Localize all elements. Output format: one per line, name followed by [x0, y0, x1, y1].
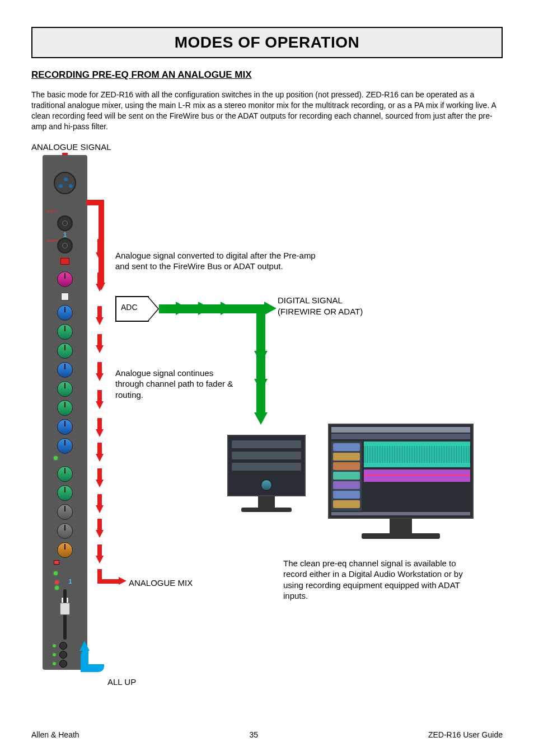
line-in-jack-icon [57, 215, 73, 231]
route-knob-2 [59, 651, 67, 659]
footer-right: ZED-R16 User Guide [428, 730, 503, 739]
route-led-3 [53, 662, 56, 665]
channel-number-top: 1 [63, 231, 67, 238]
route-led-1 [53, 644, 56, 647]
pfl-led [54, 571, 58, 575]
lm-freq-knob [57, 381, 73, 397]
adc-triangle-icon [148, 296, 159, 322]
sig-led-green [55, 586, 59, 590]
lm-q-knob [57, 419, 73, 435]
aux4-knob [57, 523, 73, 539]
eq-led [54, 456, 58, 460]
footer-center: 35 [249, 730, 258, 739]
linein-label: LINE IN [46, 210, 58, 213]
hm-freq-knob [57, 324, 73, 340]
adat-recorder-icon [227, 435, 306, 512]
daw-monitor-icon [328, 424, 474, 539]
sig-led-red [55, 580, 59, 584]
record-caption: The clean pre-eq channel signal is avail… [283, 558, 474, 602]
insert-label: INSERT [46, 239, 58, 242]
lf-knob [57, 438, 73, 454]
title-box: MODES OF OPERATION [31, 27, 503, 58]
pan-knob [57, 542, 73, 558]
route-led-2 [53, 653, 56, 656]
channel-strip: LINE IN 1 INSERT 1 [43, 155, 87, 670]
page-title: MODES OF OPERATION [41, 34, 493, 51]
aux1-knob [57, 466, 73, 482]
page-footer: Allen & Heath 35 ZED-R16 User Guide [31, 730, 503, 739]
channel-number-mid: 1 [69, 578, 72, 585]
lm-gain-knob [57, 400, 73, 416]
digital-signal-label-1: DIGITAL SIGNAL [278, 295, 343, 306]
hm-q-knob [57, 362, 73, 378]
fader-cap [60, 603, 70, 615]
footer-left: Allen & Heath [31, 730, 79, 739]
continues-caption: Analogue signal continues through channe… [115, 368, 238, 401]
section-heading: RECORDING PRE-EQ FROM AN ANALOGUE MIX [31, 69, 503, 81]
analogue-mix-label: ANALOGUE MIX [129, 577, 193, 589]
adc-label: ADC [121, 303, 138, 312]
conversion-caption: Analogue signal converted to digital aft… [115, 250, 317, 272]
xlr-connector-icon [54, 172, 76, 194]
route-knob-3 [59, 660, 67, 668]
intro-paragraph: The basic mode for ZED-R16 with all the … [31, 90, 503, 132]
aux2-knob [57, 485, 73, 501]
diagram-area: LINE IN 1 INSERT 1 [31, 155, 503, 692]
aux3-knob [57, 504, 73, 520]
hm-gain-knob [57, 343, 73, 359]
route-knob-1 [59, 642, 67, 650]
all-up-label: ALL UP [107, 677, 136, 688]
hpf-button [61, 293, 69, 300]
jog-wheel-icon [261, 480, 272, 491]
insert-jack-icon [57, 238, 73, 253]
mute-button [54, 560, 59, 565]
analogue-signal-label: ANALOGUE SIGNAL [31, 142, 503, 152]
gain-knob [57, 271, 73, 287]
hf-knob [57, 305, 73, 321]
pad-button [60, 258, 69, 265]
digital-signal-label-2: (FIREWIRE OR ADAT) [278, 306, 363, 317]
